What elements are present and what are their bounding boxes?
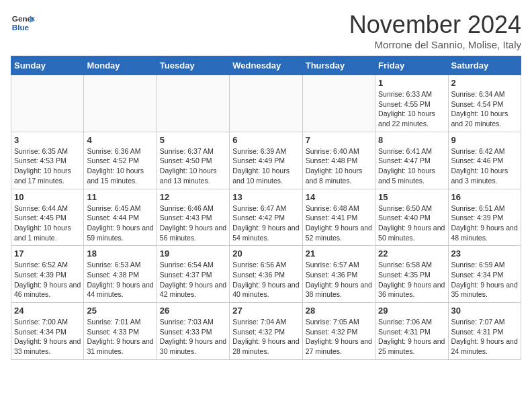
day-info: Sunrise: 6:54 AM Sunset: 4:37 PM Dayligh… <box>160 260 226 300</box>
day-number: 15 <box>378 192 445 202</box>
day-info: Sunrise: 7:06 AM Sunset: 4:31 PM Dayligh… <box>378 317 445 357</box>
day-info: Sunrise: 6:36 AM Sunset: 4:52 PM Dayligh… <box>87 146 153 186</box>
calendar-cell: 22Sunrise: 6:58 AM Sunset: 4:35 PM Dayli… <box>375 246 448 303</box>
calendar-header-row: SundayMondayTuesdayWednesdayThursdayFrid… <box>11 56 521 75</box>
day-info: Sunrise: 6:58 AM Sunset: 4:35 PM Dayligh… <box>378 260 445 300</box>
day-number: 28 <box>306 306 372 316</box>
calendar-cell: 26Sunrise: 7:03 AM Sunset: 4:33 PM Dayli… <box>157 303 229 360</box>
calendar-cell <box>302 75 375 132</box>
day-info: Sunrise: 6:40 AM Sunset: 4:48 PM Dayligh… <box>306 146 372 186</box>
day-header-thursday: Thursday <box>302 56 375 75</box>
day-header-wednesday: Wednesday <box>230 56 302 75</box>
calendar-cell: 24Sunrise: 7:00 AM Sunset: 4:34 PM Dayli… <box>11 303 84 360</box>
logo: General Blue <box>11 11 35 35</box>
calendar-week-1: 3Sunrise: 6:35 AM Sunset: 4:53 PM Daylig… <box>11 132 521 189</box>
calendar-body: 1Sunrise: 6:33 AM Sunset: 4:55 PM Daylig… <box>11 75 521 360</box>
day-info: Sunrise: 7:05 AM Sunset: 4:32 PM Dayligh… <box>306 317 372 357</box>
day-info: Sunrise: 6:39 AM Sunset: 4:49 PM Dayligh… <box>232 146 299 186</box>
location: Morrone del Sannio, Molise, Italy <box>349 39 521 50</box>
svg-text:Blue: Blue <box>12 23 30 32</box>
day-number: 24 <box>14 306 81 316</box>
day-number: 18 <box>87 248 153 259</box>
calendar-cell: 11Sunrise: 6:45 AM Sunset: 4:44 PM Dayli… <box>84 189 157 246</box>
calendar-cell: 12Sunrise: 6:46 AM Sunset: 4:43 PM Dayli… <box>157 189 229 246</box>
calendar-week-0: 1Sunrise: 6:33 AM Sunset: 4:55 PM Daylig… <box>11 75 521 132</box>
day-number: 4 <box>87 135 153 145</box>
day-info: Sunrise: 6:33 AM Sunset: 4:55 PM Dayligh… <box>378 89 445 129</box>
calendar-cell: 10Sunrise: 6:44 AM Sunset: 4:45 PM Dayli… <box>11 189 84 246</box>
day-number: 11 <box>87 192 153 202</box>
day-number: 27 <box>232 306 299 316</box>
page-header: General Blue November 2024 Morrone del S… <box>11 11 521 50</box>
calendar-cell: 20Sunrise: 6:56 AM Sunset: 4:36 PM Dayli… <box>230 246 302 303</box>
calendar-cell: 13Sunrise: 6:47 AM Sunset: 4:42 PM Dayli… <box>230 189 302 246</box>
day-info: Sunrise: 7:03 AM Sunset: 4:33 PM Dayligh… <box>160 317 226 357</box>
day-number: 12 <box>160 192 226 202</box>
day-info: Sunrise: 6:52 AM Sunset: 4:39 PM Dayligh… <box>14 260 81 300</box>
calendar-cell: 3Sunrise: 6:35 AM Sunset: 4:53 PM Daylig… <box>11 132 84 189</box>
day-info: Sunrise: 6:34 AM Sunset: 4:54 PM Dayligh… <box>451 89 518 129</box>
calendar-cell: 7Sunrise: 6:40 AM Sunset: 4:48 PM Daylig… <box>302 132 375 189</box>
calendar-cell: 18Sunrise: 6:53 AM Sunset: 4:38 PM Dayli… <box>84 246 157 303</box>
day-number: 6 <box>232 135 299 145</box>
day-number: 8 <box>378 135 445 145</box>
calendar-cell: 9Sunrise: 6:42 AM Sunset: 4:46 PM Daylig… <box>448 132 521 189</box>
day-number: 19 <box>160 248 226 259</box>
day-info: Sunrise: 6:48 AM Sunset: 4:41 PM Dayligh… <box>306 203 372 243</box>
calendar-cell: 25Sunrise: 7:01 AM Sunset: 4:33 PM Dayli… <box>84 303 157 360</box>
day-number: 13 <box>232 192 299 202</box>
day-header-friday: Friday <box>375 56 448 75</box>
calendar-cell <box>157 75 229 132</box>
day-number: 21 <box>306 248 372 259</box>
calendar-table: SundayMondayTuesdayWednesdayThursdayFrid… <box>11 56 521 360</box>
day-number: 2 <box>451 78 518 88</box>
day-number: 16 <box>451 192 518 202</box>
calendar-cell: 23Sunrise: 6:59 AM Sunset: 4:34 PM Dayli… <box>448 246 521 303</box>
calendar-cell <box>84 75 157 132</box>
day-info: Sunrise: 6:51 AM Sunset: 4:39 PM Dayligh… <box>451 203 518 243</box>
calendar-cell: 5Sunrise: 6:37 AM Sunset: 4:50 PM Daylig… <box>157 132 229 189</box>
calendar-cell: 21Sunrise: 6:57 AM Sunset: 4:36 PM Dayli… <box>302 246 375 303</box>
calendar-week-3: 17Sunrise: 6:52 AM Sunset: 4:39 PM Dayli… <box>11 246 521 303</box>
day-info: Sunrise: 6:47 AM Sunset: 4:42 PM Dayligh… <box>232 203 299 243</box>
day-info: Sunrise: 6:41 AM Sunset: 4:47 PM Dayligh… <box>378 146 445 186</box>
month-title: November 2024 <box>349 11 521 39</box>
day-number: 23 <box>451 248 518 259</box>
title-block: November 2024 Morrone del Sannio, Molise… <box>349 11 521 50</box>
calendar-cell: 8Sunrise: 6:41 AM Sunset: 4:47 PM Daylig… <box>375 132 448 189</box>
calendar-cell: 28Sunrise: 7:05 AM Sunset: 4:32 PM Dayli… <box>302 303 375 360</box>
day-info: Sunrise: 6:46 AM Sunset: 4:43 PM Dayligh… <box>160 203 226 243</box>
calendar-cell: 1Sunrise: 6:33 AM Sunset: 4:55 PM Daylig… <box>375 75 448 132</box>
calendar-cell: 29Sunrise: 7:06 AM Sunset: 4:31 PM Dayli… <box>375 303 448 360</box>
day-number: 30 <box>451 306 518 316</box>
day-header-monday: Monday <box>84 56 157 75</box>
day-info: Sunrise: 6:50 AM Sunset: 4:40 PM Dayligh… <box>378 203 445 243</box>
day-header-saturday: Saturday <box>448 56 521 75</box>
calendar-cell: 14Sunrise: 6:48 AM Sunset: 4:41 PM Dayli… <box>302 189 375 246</box>
day-info: Sunrise: 7:00 AM Sunset: 4:34 PM Dayligh… <box>14 317 81 357</box>
day-info: Sunrise: 6:45 AM Sunset: 4:44 PM Dayligh… <box>87 203 153 243</box>
day-number: 29 <box>378 306 445 316</box>
day-info: Sunrise: 6:42 AM Sunset: 4:46 PM Dayligh… <box>451 146 518 186</box>
calendar-week-2: 10Sunrise: 6:44 AM Sunset: 4:45 PM Dayli… <box>11 189 521 246</box>
day-header-tuesday: Tuesday <box>157 56 229 75</box>
day-info: Sunrise: 6:35 AM Sunset: 4:53 PM Dayligh… <box>14 146 81 186</box>
calendar-cell: 16Sunrise: 6:51 AM Sunset: 4:39 PM Dayli… <box>448 189 521 246</box>
calendar-cell <box>11 75 84 132</box>
logo-icon: General Blue <box>11 11 35 35</box>
day-info: Sunrise: 7:01 AM Sunset: 4:33 PM Dayligh… <box>87 317 153 357</box>
calendar-cell: 19Sunrise: 6:54 AM Sunset: 4:37 PM Dayli… <box>157 246 229 303</box>
day-number: 3 <box>14 135 81 145</box>
day-number: 5 <box>160 135 226 145</box>
day-number: 25 <box>87 306 153 316</box>
day-info: Sunrise: 6:59 AM Sunset: 4:34 PM Dayligh… <box>451 260 518 300</box>
day-info: Sunrise: 6:56 AM Sunset: 4:36 PM Dayligh… <box>232 260 299 300</box>
day-number: 10 <box>14 192 81 202</box>
calendar-cell <box>230 75 302 132</box>
calendar-cell: 15Sunrise: 6:50 AM Sunset: 4:40 PM Dayli… <box>375 189 448 246</box>
day-info: Sunrise: 7:07 AM Sunset: 4:31 PM Dayligh… <box>451 317 518 357</box>
day-info: Sunrise: 6:53 AM Sunset: 4:38 PM Dayligh… <box>87 260 153 300</box>
day-header-sunday: Sunday <box>11 56 84 75</box>
day-info: Sunrise: 6:44 AM Sunset: 4:45 PM Dayligh… <box>14 203 81 243</box>
day-number: 14 <box>306 192 372 202</box>
